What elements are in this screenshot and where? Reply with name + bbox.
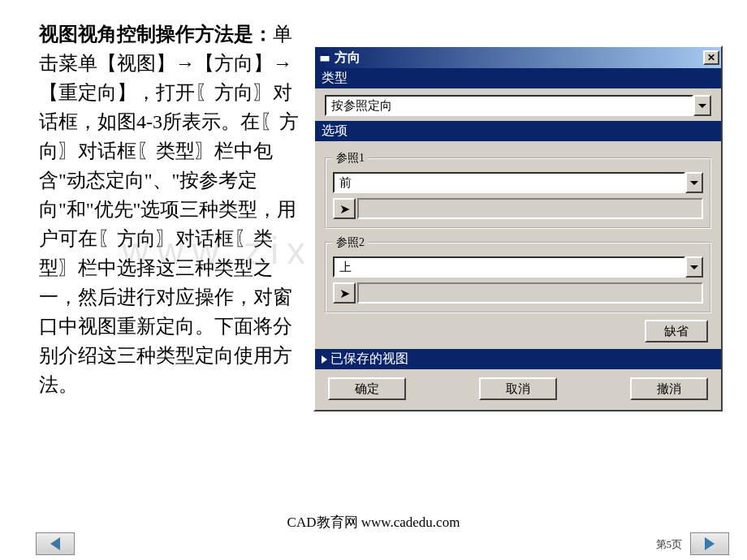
cursor-icon: ➤: [339, 286, 350, 301]
instruction-text: 视图视角控制操作方法是：单击菜单【视图】→【方向】→【重定向】，打开〖方向〗对话…: [39, 19, 299, 399]
svg-rect-1: [320, 54, 330, 56]
reference1-combo-dropdown[interactable]: [685, 172, 703, 193]
saved-views-label: 已保存的视图: [330, 351, 408, 368]
default-button[interactable]: 缺省: [645, 320, 708, 342]
type-combo-dropdown[interactable]: [693, 95, 711, 116]
close-icon: ✕: [707, 53, 715, 62]
chevron-down-icon: [690, 265, 698, 269]
ok-button[interactable]: 确定: [328, 377, 406, 400]
close-button[interactable]: ✕: [703, 50, 719, 65]
next-slide-button[interactable]: [690, 532, 729, 555]
reference1-group: 参照1 前 ➤: [325, 151, 711, 229]
footer-credit: CAD教育网 www.cadedu.com: [0, 513, 747, 532]
instruction-body: 单击菜单【视图】→【方向】→【重定向】，打开〖方向〗对话框，如图4-3所表示。在…: [39, 24, 299, 395]
reference2-combo-value: 上: [333, 256, 685, 278]
dialog-titlebar: 方向 ✕: [315, 47, 721, 68]
cursor-icon: ➤: [339, 201, 350, 217]
dialog-title: 方向: [335, 50, 703, 67]
type-combo[interactable]: 按参照定向: [325, 95, 711, 116]
options-section-label: 选项: [315, 121, 721, 141]
reference1-pick-field: [357, 198, 703, 219]
reference1-label: 参照1: [333, 151, 368, 166]
reference2-combo-dropdown[interactable]: [685, 256, 703, 278]
cancel-button[interactable]: 取消: [479, 377, 557, 400]
prev-slide-button[interactable]: [36, 532, 75, 555]
reference2-combo[interactable]: 上: [333, 256, 703, 278]
chevron-down-icon: [698, 104, 706, 108]
chevron-down-icon: [690, 181, 698, 185]
instruction-title: 视图视角控制操作方法是：: [39, 24, 273, 45]
reference1-combo[interactable]: 前: [333, 172, 703, 193]
reference2-label: 参照2: [333, 235, 368, 250]
app-icon: [318, 51, 331, 64]
orientation-dialog: 方向 ✕ 类型 按参照定向 选项 参照1 前 ➤: [313, 45, 723, 411]
saved-views-section[interactable]: 已保存的视图: [315, 349, 721, 369]
expand-icon: [322, 355, 327, 364]
reference2-pick-button[interactable]: ➤: [333, 282, 356, 304]
undo-button[interactable]: 撤消: [630, 377, 708, 400]
page-number: 第5页: [656, 537, 683, 552]
reference1-combo-value: 前: [333, 172, 685, 193]
triangle-right-icon: [705, 537, 715, 550]
reference1-pick-button[interactable]: ➤: [333, 198, 356, 219]
type-section-label: 类型: [315, 68, 721, 88]
triangle-left-icon: [50, 537, 60, 550]
type-combo-value: 按参照定向: [325, 95, 693, 116]
reference2-group: 参照2 上 ➤: [325, 235, 711, 313]
reference2-pick-field: [357, 282, 703, 304]
